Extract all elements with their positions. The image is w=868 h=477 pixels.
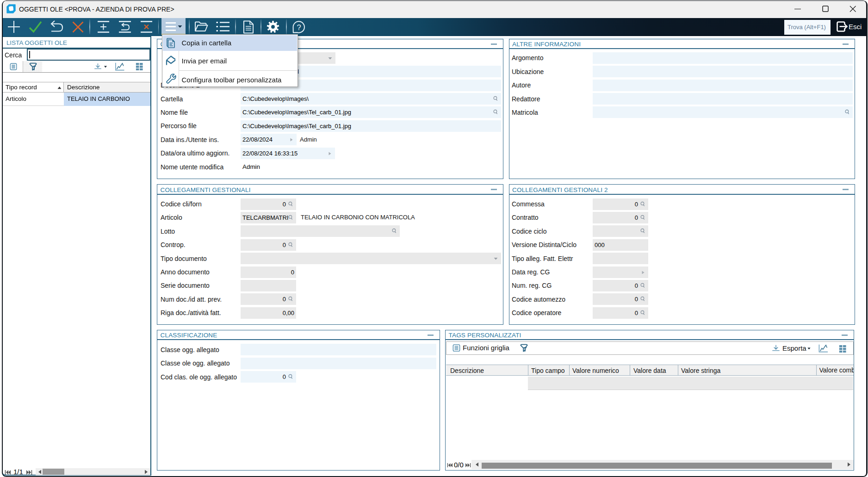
svg-text:?: ? [297, 23, 301, 31]
